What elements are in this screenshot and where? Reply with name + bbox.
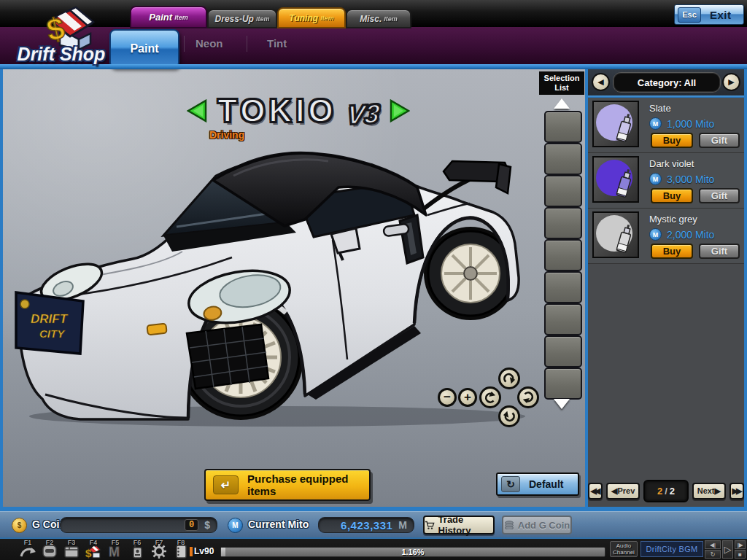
shop-item-row-mystic-grey[interactable]: Mystic grey M 2,000 Mito Buy Gift <box>588 209 744 264</box>
tab-paint-item[interactable]: Paint Item <box>130 6 207 28</box>
mito-symbol: M <box>398 519 407 531</box>
vehicle-mode-label: Driving <box>209 129 244 141</box>
plate-text-2: CITY <box>39 327 66 340</box>
purchase-equipped-button[interactable]: ↵ Purchase equipped items <box>204 469 371 501</box>
rotate-down-button[interactable] <box>498 405 520 427</box>
category-prev-button[interactable]: ◀ <box>592 73 610 91</box>
mito-icon[interactable]: M <box>107 543 124 559</box>
prev-vehicle-arrow[interactable] <box>187 99 207 122</box>
subtab-tint[interactable]: Tint <box>267 37 287 50</box>
buy-button[interactable]: Buy <box>651 133 693 148</box>
selection-slot-7[interactable] <box>544 303 582 335</box>
pagination-bar: ◀◀ ◀ Prev 2 / 2 Next ▶ ▶▶ <box>588 479 744 502</box>
add-gcoin-button[interactable]: Add G Coin <box>502 516 572 534</box>
side-marker-lamp <box>147 324 166 335</box>
media-loop-button[interactable]: ↻ <box>705 550 721 559</box>
plate-text-1: DRIFT <box>31 312 69 326</box>
category-next-button[interactable]: ▶ <box>722 73 740 91</box>
shop-item-row-dark-violet[interactable]: Dark violet M 3,000 Mito Buy Gift <box>588 153 744 209</box>
audio-channel-button[interactable]: Audio Channel <box>610 541 638 557</box>
notebook-icon[interactable] <box>172 543 190 559</box>
subtab-neon[interactable]: Neon <box>196 37 223 50</box>
shop-item-row-slate[interactable]: Slate M 1,000 Mito Buy Gift <box>588 98 744 153</box>
rotate-arrow-icon <box>503 410 516 423</box>
shop-icon-active[interactable]: $ <box>85 543 102 559</box>
selection-slot-3[interactable] <box>544 175 582 207</box>
rotate-up-button[interactable] <box>498 368 520 389</box>
exit-label: Exit <box>710 9 732 21</box>
default-button[interactable]: ↻ Default <box>496 472 579 496</box>
taskbar: F1 F2 F3 F4 F5 F6 F7 F8 $ M <box>0 537 747 560</box>
tab-dressup-item[interactable]: Dress-Up Item <box>207 9 277 28</box>
rotate-left-button[interactable] <box>479 386 501 408</box>
zoom-out-button[interactable]: − <box>438 388 457 407</box>
item-price: 3,000 Mito <box>667 174 714 185</box>
vehicle-name: TOKIO <box>217 93 337 129</box>
prev-arrow-icon: ◀ <box>611 486 617 496</box>
buy-button[interactable]: Buy <box>651 244 693 259</box>
tab-misc-item[interactable]: Misc. Item <box>346 9 411 28</box>
spray-can-icon <box>594 158 638 201</box>
level-marker <box>190 547 193 556</box>
avatar-icon[interactable] <box>41 543 58 559</box>
media-prev-button[interactable]: ◀| <box>705 540 721 549</box>
category-selector[interactable]: Category: All <box>613 72 721 93</box>
settings-gear-icon[interactable] <box>150 543 168 559</box>
selection-slot-5[interactable] <box>544 239 582 271</box>
rotate-right-button[interactable] <box>517 386 539 408</box>
gift-button[interactable]: Gift <box>699 244 740 259</box>
default-label: Default <box>529 478 563 490</box>
channel-icon[interactable] <box>19 543 36 559</box>
gift-button[interactable]: Gift <box>699 133 740 148</box>
selection-slot-2[interactable] <box>544 143 582 175</box>
subtab-separator <box>184 36 185 52</box>
drift-shop-window: Paint Item Dress-Up Item Tuning Item Mis… <box>0 0 747 560</box>
trade-history-button[interactable]: Trade History <box>423 516 495 534</box>
buy-button[interactable]: Buy <box>651 188 693 203</box>
selection-scroll-up[interactable] <box>554 98 570 109</box>
license-plate: DRIFT CITY <box>16 292 83 354</box>
vehicle-version: V3 <box>346 98 381 131</box>
media-play-button[interactable]: ▷ <box>722 540 733 559</box>
item-price-row: M 2,000 Mito <box>649 228 714 241</box>
prev-page-button[interactable]: ◀ Prev <box>606 483 640 499</box>
next-page-button[interactable]: Next ▶ <box>692 483 726 499</box>
selection-slot-9[interactable] <box>544 368 582 400</box>
last-page-button[interactable]: ▶▶ <box>729 483 744 499</box>
mito-value-field: 6,423,331 M <box>318 517 414 533</box>
trade-history-label: Trade History <box>438 514 493 536</box>
coin-stack-icon <box>504 521 514 529</box>
media-stop-button[interactable]: ■ <box>735 550 746 559</box>
rotate-arrow-icon <box>503 372 516 385</box>
rotate-arrow-icon <box>522 391 535 404</box>
selection-slot-4[interactable] <box>544 207 582 239</box>
level-indicator: Lv90 <box>190 546 214 556</box>
selection-slot-6[interactable] <box>544 271 582 303</box>
gift-button[interactable]: Gift <box>699 188 740 203</box>
selection-scroll-down[interactable] <box>554 399 570 409</box>
zoom-in-button[interactable]: + <box>458 388 477 407</box>
inventory-icon[interactable] <box>63 543 80 559</box>
page-indicator: 2 / 2 <box>643 480 688 502</box>
esc-key-badge: Esc <box>678 7 701 23</box>
item-thumbnail <box>592 156 639 203</box>
xp-progress-bar: 1.16% <box>220 547 605 557</box>
subtab-separator <box>247 36 247 52</box>
selection-slot-8[interactable] <box>544 335 582 368</box>
tab-paint-item-label: Paint <box>149 12 172 23</box>
tab-tuning-item[interactable]: Tuning Item <box>277 7 346 28</box>
purchase-label: Purchase equipped items <box>247 472 369 497</box>
exit-button[interactable]: Esc Exit <box>674 4 744 25</box>
media-next-button[interactable]: |▶ <box>735 540 746 549</box>
radio-icon[interactable] <box>128 543 146 559</box>
next-vehicle-arrow[interactable] <box>390 99 410 122</box>
subtab-paint[interactable]: Paint <box>109 29 179 69</box>
gcoin-icon: $ <box>12 518 27 533</box>
refresh-icon: ↻ <box>501 476 520 492</box>
drift-shop-logo: $ Drift Shop <box>6 6 115 69</box>
selection-slot-1[interactable] <box>544 111 582 143</box>
xp-progress-text: 1.16% <box>221 548 605 556</box>
main-area-frame: TOKIO V3 Driving <box>0 69 747 511</box>
first-page-button[interactable]: ◀◀ <box>588 483 603 499</box>
item-price: 1,000 Mito <box>667 118 714 130</box>
